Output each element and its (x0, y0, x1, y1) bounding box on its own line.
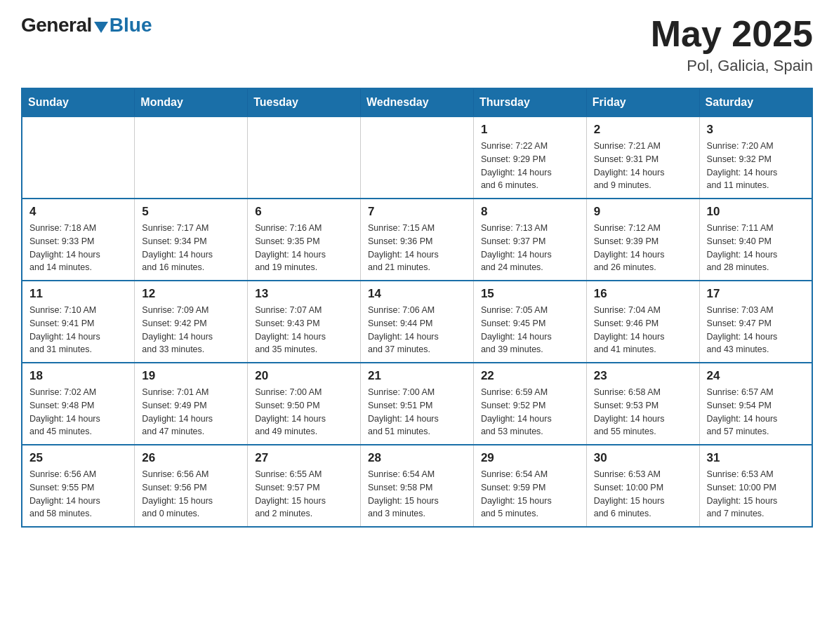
day-info: Sunrise: 7:17 AMSunset: 9:34 PMDaylight:… (142, 222, 240, 274)
calendar-cell: 15Sunrise: 7:05 AMSunset: 9:45 PMDayligh… (473, 281, 586, 363)
day-info: Sunrise: 7:02 AMSunset: 9:48 PMDaylight:… (29, 386, 127, 438)
day-info: Sunrise: 7:03 AMSunset: 9:47 PMDaylight:… (707, 304, 805, 356)
day-info: Sunrise: 7:21 AMSunset: 9:31 PMDaylight:… (594, 140, 692, 192)
calendar-cell: 10Sunrise: 7:11 AMSunset: 9:40 PMDayligh… (699, 199, 812, 281)
calendar-cell (361, 116, 474, 199)
calendar-cell: 28Sunrise: 6:54 AMSunset: 9:58 PMDayligh… (361, 445, 474, 527)
day-info: Sunrise: 6:59 AMSunset: 9:52 PMDaylight:… (481, 386, 579, 438)
calendar-cell: 31Sunrise: 6:53 AMSunset: 10:00 PMDaylig… (699, 445, 812, 527)
day-info: Sunrise: 7:01 AMSunset: 9:49 PMDaylight:… (142, 386, 240, 438)
day-info: Sunrise: 6:57 AMSunset: 9:54 PMDaylight:… (707, 386, 805, 438)
day-info: Sunrise: 7:12 AMSunset: 9:39 PMDaylight:… (594, 222, 692, 274)
day-info: Sunrise: 6:58 AMSunset: 9:53 PMDaylight:… (594, 386, 692, 438)
calendar-cell (135, 116, 248, 199)
day-info: Sunrise: 6:54 AMSunset: 9:58 PMDaylight:… (368, 468, 466, 521)
calendar-cell: 2Sunrise: 7:21 AMSunset: 9:31 PMDaylight… (586, 116, 699, 199)
day-number: 4 (29, 205, 127, 219)
day-number: 1 (481, 123, 579, 137)
day-number: 17 (707, 287, 805, 301)
day-number: 11 (29, 287, 127, 301)
day-info: Sunrise: 7:05 AMSunset: 9:45 PMDaylight:… (481, 304, 579, 356)
calendar-cell: 26Sunrise: 6:56 AMSunset: 9:56 PMDayligh… (135, 445, 248, 527)
day-number: 22 (481, 369, 579, 383)
day-number: 13 (255, 287, 353, 301)
day-info: Sunrise: 7:04 AMSunset: 9:46 PMDaylight:… (594, 304, 692, 356)
weekday-header-sunday: Sunday (22, 88, 135, 116)
page-header: General Blue May 2025 Pol, Galicia, Spai… (21, 14, 813, 75)
day-info: Sunrise: 6:53 AMSunset: 10:00 PMDaylight… (707, 468, 805, 521)
calendar-cell: 29Sunrise: 6:54 AMSunset: 9:59 PMDayligh… (473, 445, 586, 527)
calendar-week-row: 18Sunrise: 7:02 AMSunset: 9:48 PMDayligh… (22, 363, 812, 445)
calendar-cell: 22Sunrise: 6:59 AMSunset: 9:52 PMDayligh… (473, 363, 586, 445)
weekday-header-saturday: Saturday (699, 88, 812, 116)
day-number: 29 (481, 451, 579, 465)
weekday-header-thursday: Thursday (473, 88, 586, 116)
calendar-cell: 27Sunrise: 6:55 AMSunset: 9:57 PMDayligh… (248, 445, 361, 527)
day-info: Sunrise: 6:54 AMSunset: 9:59 PMDaylight:… (481, 468, 579, 521)
day-number: 30 (594, 451, 692, 465)
day-info: Sunrise: 7:18 AMSunset: 9:33 PMDaylight:… (29, 222, 127, 274)
day-number: 5 (142, 205, 240, 219)
weekday-header-tuesday: Tuesday (248, 88, 361, 116)
calendar-cell: 17Sunrise: 7:03 AMSunset: 9:47 PMDayligh… (699, 281, 812, 363)
day-info: Sunrise: 7:13 AMSunset: 9:37 PMDaylight:… (481, 222, 579, 274)
day-number: 23 (594, 369, 692, 383)
day-number: 15 (481, 287, 579, 301)
day-number: 26 (142, 451, 240, 465)
calendar-cell: 18Sunrise: 7:02 AMSunset: 9:48 PMDayligh… (22, 363, 135, 445)
day-number: 27 (255, 451, 353, 465)
day-info: Sunrise: 7:10 AMSunset: 9:41 PMDaylight:… (29, 304, 127, 356)
day-info: Sunrise: 6:56 AMSunset: 9:56 PMDaylight:… (142, 468, 240, 521)
calendar-cell: 16Sunrise: 7:04 AMSunset: 9:46 PMDayligh… (586, 281, 699, 363)
day-info: Sunrise: 7:09 AMSunset: 9:42 PMDaylight:… (142, 304, 240, 356)
day-number: 2 (594, 123, 692, 137)
day-info: Sunrise: 7:00 AMSunset: 9:51 PMDaylight:… (368, 386, 466, 438)
calendar-cell: 9Sunrise: 7:12 AMSunset: 9:39 PMDaylight… (586, 199, 699, 281)
calendar-cell: 11Sunrise: 7:10 AMSunset: 9:41 PMDayligh… (22, 281, 135, 363)
day-info: Sunrise: 7:11 AMSunset: 9:40 PMDaylight:… (707, 222, 805, 274)
day-number: 9 (594, 205, 692, 219)
day-info: Sunrise: 7:22 AMSunset: 9:29 PMDaylight:… (481, 140, 579, 192)
calendar-cell: 25Sunrise: 6:56 AMSunset: 9:55 PMDayligh… (22, 445, 135, 527)
calendar-week-row: 25Sunrise: 6:56 AMSunset: 9:55 PMDayligh… (22, 445, 812, 527)
calendar-cell: 8Sunrise: 7:13 AMSunset: 9:37 PMDaylight… (473, 199, 586, 281)
weekday-header-wednesday: Wednesday (361, 88, 474, 116)
calendar-cell (248, 116, 361, 199)
calendar-cell (22, 116, 135, 199)
day-number: 10 (707, 205, 805, 219)
day-number: 8 (481, 205, 579, 219)
weekday-header-monday: Monday (135, 88, 248, 116)
day-number: 21 (368, 369, 466, 383)
logo: General Blue (21, 14, 152, 36)
weekday-header-friday: Friday (586, 88, 699, 116)
day-info: Sunrise: 7:06 AMSunset: 9:44 PMDaylight:… (368, 304, 466, 356)
calendar-cell: 4Sunrise: 7:18 AMSunset: 9:33 PMDaylight… (22, 199, 135, 281)
calendar-location: Pol, Galicia, Spain (651, 57, 813, 75)
day-number: 28 (368, 451, 466, 465)
day-info: Sunrise: 7:15 AMSunset: 9:36 PMDaylight:… (368, 222, 466, 274)
calendar-week-row: 4Sunrise: 7:18 AMSunset: 9:33 PMDaylight… (22, 199, 812, 281)
calendar-cell: 21Sunrise: 7:00 AMSunset: 9:51 PMDayligh… (361, 363, 474, 445)
calendar-week-row: 1Sunrise: 7:22 AMSunset: 9:29 PMDaylight… (22, 116, 812, 199)
logo-general-text: General (21, 14, 92, 36)
calendar-cell: 23Sunrise: 6:58 AMSunset: 9:53 PMDayligh… (586, 363, 699, 445)
day-number: 24 (707, 369, 805, 383)
day-number: 18 (29, 369, 127, 383)
day-number: 14 (368, 287, 466, 301)
calendar-cell: 30Sunrise: 6:53 AMSunset: 10:00 PMDaylig… (586, 445, 699, 527)
day-info: Sunrise: 7:16 AMSunset: 9:35 PMDaylight:… (255, 222, 353, 274)
calendar-cell: 19Sunrise: 7:01 AMSunset: 9:49 PMDayligh… (135, 363, 248, 445)
day-number: 25 (29, 451, 127, 465)
calendar-cell: 20Sunrise: 7:00 AMSunset: 9:50 PMDayligh… (248, 363, 361, 445)
calendar-table: SundayMondayTuesdayWednesdayThursdayFrid… (21, 88, 813, 528)
day-info: Sunrise: 7:00 AMSunset: 9:50 PMDaylight:… (255, 386, 353, 438)
day-number: 3 (707, 123, 805, 137)
calendar-cell: 13Sunrise: 7:07 AMSunset: 9:43 PMDayligh… (248, 281, 361, 363)
calendar-cell: 3Sunrise: 7:20 AMSunset: 9:32 PMDaylight… (699, 116, 812, 199)
day-number: 20 (255, 369, 353, 383)
day-number: 31 (707, 451, 805, 465)
logo-arrow-icon (94, 22, 108, 33)
day-number: 19 (142, 369, 240, 383)
logo-blue-text: Blue (110, 14, 152, 36)
day-number: 7 (368, 205, 466, 219)
